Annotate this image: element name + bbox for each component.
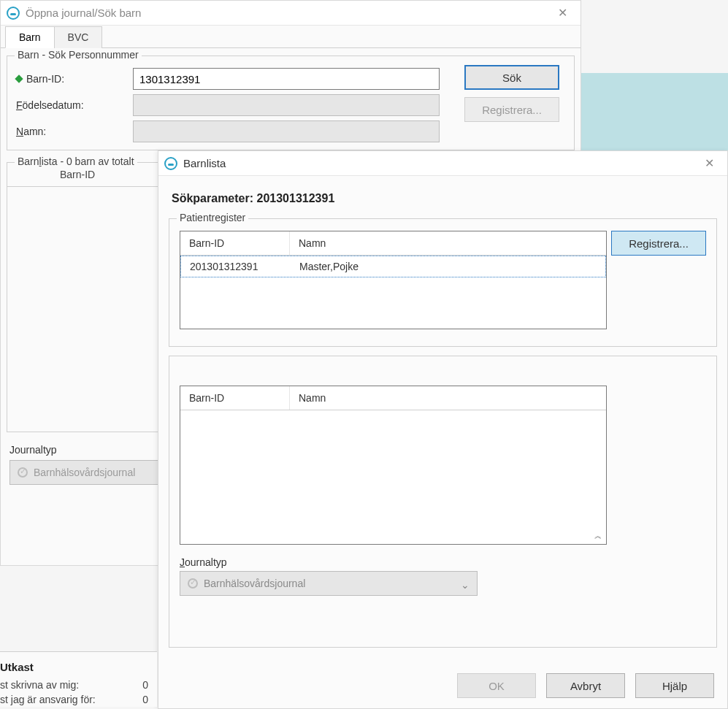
barnlista-legend-suffix: ista - 0 barn av totalt — [42, 156, 134, 167]
patientregister-groupbox: Patientregister Barn-ID Namn 20130131239… — [169, 218, 717, 347]
journaltyp-rest: ournaltyp — [185, 556, 227, 568]
dob-label-rest: ödelsedatum: — [23, 99, 84, 111]
app-icon — [7, 7, 20, 20]
app-icon — [164, 157, 177, 170]
journaltyp-value: Barnhälsovårdsjournal — [34, 467, 135, 478]
chevron-down-icon: ⌄ — [461, 579, 470, 591]
cell-barn-id: 201301312391 — [181, 259, 291, 274]
journaltyp-select[interactable]: Barnhälsovårdsjournal — [9, 460, 163, 485]
close-icon[interactable]: ✕ — [697, 153, 721, 175]
dob-input — [133, 94, 440, 116]
chevron-up-icon[interactable]: ︽ — [594, 531, 602, 541]
journaltyp-value: Barnhälsovårdsjournal — [204, 578, 305, 589]
patientregister-header: Barn-ID Namn — [180, 231, 606, 256]
table-row[interactable]: 201301312391 Master,Pojke — [180, 256, 606, 277]
required-marker-icon — [15, 74, 23, 83]
search-legend: Barn - Sök Personnummer — [15, 49, 142, 61]
name-label: Namn: — [16, 126, 133, 137]
journaltyp-accel: J — [180, 556, 185, 568]
sokparameter-label: Sökparameter: 201301312391 — [169, 183, 717, 218]
search-buttons: Sök Registrera... — [464, 65, 559, 122]
close-icon[interactable]: ✕ — [550, 2, 575, 24]
lower-groupbox: Barn-ID Namn ︽ Journaltyp Barnhälsovårds… — [169, 356, 717, 648]
check-icon — [188, 578, 198, 589]
sokparam-value: 201301312391 — [257, 192, 335, 204]
col-barn-id[interactable]: Barn-ID — [180, 231, 290, 255]
titlebar: Öppna journal/Sök barn ✕ — [1, 1, 581, 26]
registrera-button[interactable]: Registrera... — [464, 97, 559, 122]
hjalp-button[interactable]: Hjälp — [635, 673, 714, 698]
utkast-row2-val: 0 — [142, 694, 148, 705]
tab-bvc[interactable]: BVC — [54, 26, 103, 48]
col-namn[interactable]: Namn — [290, 231, 606, 255]
utkast-row1-val: 0 — [142, 679, 148, 691]
tab-barn[interactable]: Barn — [5, 26, 55, 48]
dialog-titlebar: Barnlista ✕ — [158, 151, 727, 176]
barn-id-label: Barn-ID: — [16, 73, 133, 85]
name-row: Namn: — [16, 120, 565, 142]
utkast-row2-label: st jag är ansvarig för: — [0, 694, 96, 705]
journaltyp-label: Journaltyp — [180, 556, 706, 568]
window-title: Öppna journal/Sök barn — [26, 7, 550, 19]
registrera-button[interactable]: Registrera... — [611, 231, 706, 256]
col-barn-id[interactable]: Barn-ID — [180, 386, 290, 410]
check-icon — [18, 467, 28, 478]
background-teal-strip — [581, 73, 728, 150]
dob-label: Födelsedatum: — [16, 99, 133, 111]
table-empty-space — [180, 277, 606, 329]
utkast-heading: Utkast — [0, 656, 151, 678]
barnlista-legend-prefix: Barn — [18, 156, 39, 167]
name-label-rest: amn: — [23, 126, 46, 137]
name-accel: N — [16, 126, 23, 137]
patientregister-legend: Patientregister — [177, 212, 248, 223]
avbryt-button[interactable]: Avbryt — [546, 673, 625, 698]
utkast-row-1: st skrivna av mig: 0 — [0, 678, 151, 692]
lower-table: Barn-ID Namn ︽ — [180, 386, 607, 545]
dialog-buttons: OK Avbryt Hjälp — [457, 673, 714, 698]
col-namn[interactable]: Namn — [290, 386, 606, 410]
registrera-wrap: Registrera... — [611, 231, 706, 256]
barn-id-input[interactable] — [133, 68, 440, 90]
sokparam-prefix: Sökparameter: — [172, 192, 257, 204]
journaltyp-select[interactable]: Barnhälsovårdsjournal ⌄ — [180, 571, 478, 596]
cell-namn: Master,Pojke — [291, 259, 605, 274]
dialog-body: Sökparameter: 201301312391 Patientregist… — [158, 176, 727, 661]
utkast-panel: Utkast st skrivna av mig: 0 st jag är an… — [0, 651, 157, 707]
search-fieldset: Barn - Sök Personnummer Barn-ID: Födelse… — [7, 55, 575, 150]
utkast-row-2: st jag är ansvarig för: 0 — [0, 692, 151, 707]
barnlista-legend: Barnlista - 0 barn av totalt — [15, 156, 137, 167]
sok-button[interactable]: Sök — [464, 65, 559, 90]
ok-button[interactable]: OK — [457, 673, 536, 698]
dob-accel: F — [16, 99, 23, 111]
tabs: Barn BVC — [1, 26, 581, 48]
name-input — [133, 120, 440, 142]
patientregister-table: Barn-ID Namn 201301312391 Master,Pojke — [180, 231, 607, 329]
barn-id-label-text: Barn-ID: — [26, 73, 64, 85]
barnlista-dialog: Barnlista ✕ Sökparameter: 201301312391 P… — [158, 150, 728, 709]
utkast-row1-label: st skrivna av mig: — [0, 679, 79, 691]
lower-header: Barn-ID Namn — [180, 386, 606, 410]
dialog-title: Barnlista — [183, 157, 697, 169]
